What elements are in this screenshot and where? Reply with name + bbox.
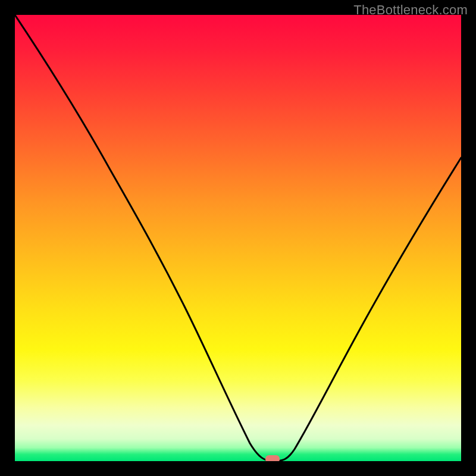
chart-frame: TheBottleneck.com xyxy=(0,0,476,476)
plot-area xyxy=(15,15,461,461)
watermark-text: TheBottleneck.com xyxy=(353,2,468,18)
curve-path xyxy=(15,15,461,461)
min-marker xyxy=(265,455,280,461)
bottleneck-curve xyxy=(15,15,461,461)
